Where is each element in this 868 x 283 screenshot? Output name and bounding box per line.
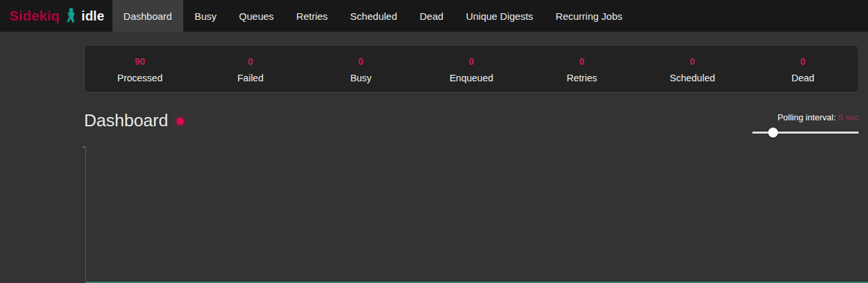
live-beacon-icon	[177, 118, 184, 125]
stats-summary: 90Processed0Failed0Busy0Enqueued0Retries…	[84, 45, 859, 93]
main-content: 90Processed0Failed0Busy0Enqueued0Retries…	[84, 45, 859, 138]
sidekiq-mascot-icon	[64, 7, 76, 24]
stat-processed[interactable]: 90Processed	[85, 56, 195, 83]
polling-controls: Polling interval: 5 sec	[752, 111, 859, 138]
chart-y-axis-tick	[83, 147, 86, 147]
heading-row: Dashboard Polling interval: 5 sec	[84, 111, 859, 138]
stat-label: Enqueued	[416, 73, 527, 83]
stat-value: 0	[637, 56, 748, 67]
page-title: Dashboard	[84, 111, 184, 130]
stat-value: 0	[195, 56, 306, 67]
stat-failed[interactable]: 0Failed	[195, 56, 306, 83]
stat-scheduled[interactable]: 0Scheduled	[637, 56, 748, 83]
stat-value: 0	[748, 56, 858, 67]
stat-value: 0	[527, 56, 637, 67]
nav-item-unique-digests[interactable]: Unique Digests	[455, 0, 544, 32]
stat-dead[interactable]: 0Dead	[748, 56, 858, 83]
nav-item-queues[interactable]: Queues	[228, 0, 285, 32]
stat-label: Busy	[306, 73, 416, 83]
nav-item-busy[interactable]: Busy	[183, 0, 228, 32]
brand-status-idle: idle	[81, 9, 104, 24]
stat-busy[interactable]: 0Busy	[306, 56, 416, 83]
stat-value: 0	[306, 56, 416, 67]
stat-enqueued[interactable]: 0Enqueued	[416, 56, 527, 83]
nav-item-retries[interactable]: Retries	[285, 0, 339, 32]
nav-menu: DashboardBusyQueuesRetriesScheduledDeadU…	[112, 0, 634, 32]
nav-item-dead[interactable]: Dead	[408, 0, 455, 32]
nav-item-dashboard[interactable]: Dashboard	[112, 0, 183, 32]
slider-thumb[interactable]	[768, 128, 778, 138]
stat-label: Dead	[748, 73, 858, 83]
polling-text: Polling interval: 5 sec	[752, 112, 859, 122]
dashboard-realtime-chart	[85, 147, 868, 283]
polling-interval-link[interactable]: 5 sec	[838, 112, 859, 122]
stat-value: 90	[85, 56, 195, 67]
stat-label: Scheduled	[637, 73, 748, 83]
stat-label: Failed	[195, 73, 306, 83]
stat-label: Processed	[85, 73, 195, 83]
navbar: Sidekiq idle DashboardBusyQueuesRetriesS…	[0, 0, 868, 32]
stat-label: Retries	[527, 73, 637, 83]
nav-item-recurring-jobs[interactable]: Recurring Jobs	[544, 0, 634, 32]
stat-value: 0	[416, 56, 527, 67]
brand[interactable]: Sidekiq idle	[0, 0, 105, 32]
polling-label: Polling interval:	[777, 112, 836, 122]
stat-retries[interactable]: 0Retries	[527, 56, 637, 83]
nav-item-scheduled[interactable]: Scheduled	[339, 0, 408, 32]
sidekiq-logo[interactable]: Sidekiq	[9, 8, 60, 24]
polling-slider[interactable]	[752, 128, 859, 138]
page-title-text: Dashboard	[84, 111, 168, 130]
